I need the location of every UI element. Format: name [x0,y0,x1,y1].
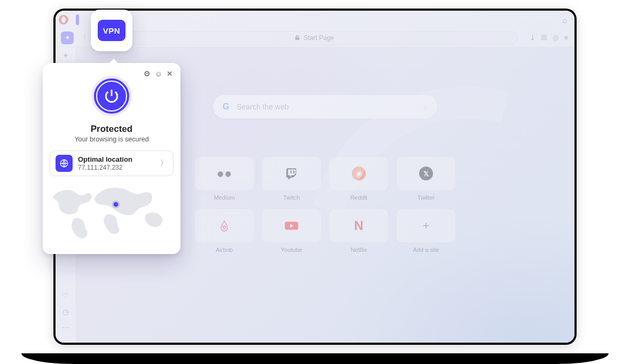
lock-icon: 🔒︎ [294,34,301,42]
vpn-chip: VPN [98,20,125,41]
easy-setup-button[interactable]: ≡ [564,34,568,42]
back-button[interactable]: 〈 [79,33,86,43]
close-icon[interactable]: ✕ [167,69,173,78]
downloads-button[interactable]: ⤓ [530,34,536,42]
settings-icon[interactable]: ⚙︎ [144,69,151,78]
power-icon [103,88,120,105]
extensions-button[interactable]: ☒ [541,34,547,42]
globe-icon [56,155,73,172]
feedback-icon[interactable]: ☺︎ [155,69,162,78]
snapshot-button[interactable]: ◎ [553,34,558,42]
opera-logo-icon [59,15,68,25]
speeddial-airbnb[interactable]: Airbnb [195,209,254,253]
sparkle-icon[interactable]: ✦ [62,51,69,60]
google-logo-icon: G [223,102,229,112]
vpn-world-map [50,181,174,246]
active-tab-indicator [76,14,79,25]
vpn-status-subtitle: Your browsing is secured [74,136,148,143]
speeddial-twitch[interactable]: Twitch [262,157,321,201]
vpn-status-title: Protected [91,124,132,134]
vpn-toggle-button[interactable] [91,76,132,116]
search-placeholder: Search the web [237,102,288,111]
chevron-right-icon: 〉 [160,159,168,168]
address-bar[interactable]: 🔒︎ Start Page [110,31,518,45]
vpn-location-title: Optimal location [78,155,155,164]
speeddial-medium[interactable]: ●● Medium [195,157,254,201]
clock-icon[interactable]: ◷ [62,307,69,316]
svg-point-0 [223,226,226,229]
aria-button[interactable]: ✦ [61,31,74,44]
more-icon[interactable]: ⋯ [62,323,69,332]
address-toolbar: ✦ 〈 〉 🔒︎ Start Page ⤓ ☒ ◎ ≡ [56,29,574,47]
address-bar-text: Start Page [304,34,334,42]
vpn-location-pin [114,202,118,207]
laptop-base [21,353,609,364]
heart-icon[interactable]: ♡ [62,291,69,300]
tab-bar: + ⌕ [56,11,574,29]
vpn-location-ip: 77.111.247.232 [78,164,155,171]
vpn-badge-callout[interactable]: VPN [91,10,132,51]
world-map-icon [50,181,174,246]
tab-search-button[interactable]: ⌕ [562,15,567,25]
vpn-location-selector[interactable]: Optimal location 77.111.247.232 〉 [50,151,174,176]
vpn-popover: ⚙︎ ☺︎ ✕ Protected Your browsing is secur… [43,63,180,254]
